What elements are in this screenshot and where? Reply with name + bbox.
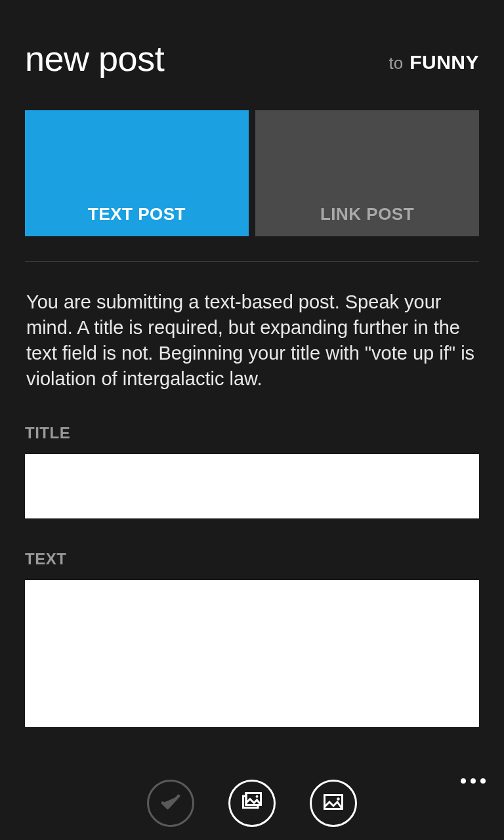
- gallery-icon: [240, 790, 264, 816]
- appbar: [0, 766, 504, 840]
- title-label: TITLE: [25, 424, 479, 442]
- header: new post to FUNNY: [0, 0, 504, 79]
- check-icon: [159, 790, 182, 816]
- page-title: new post: [25, 38, 164, 79]
- tab-link-post-label: LINK POST: [320, 204, 414, 224]
- submit-button[interactable]: [147, 780, 194, 827]
- text-label: TEXT: [25, 550, 479, 568]
- destination-name: FUNNY: [410, 51, 479, 74]
- tab-link-post[interactable]: LINK POST: [255, 110, 479, 236]
- destination[interactable]: to FUNNY: [388, 51, 479, 79]
- more-dot-icon: [471, 778, 476, 784]
- to-label: to: [388, 53, 403, 74]
- gallery-button[interactable]: [228, 780, 276, 827]
- title-input[interactable]: [25, 454, 479, 518]
- svg-point-3: [256, 795, 259, 798]
- tab-text-post[interactable]: TEXT POST: [25, 110, 249, 236]
- tab-text-post-label: TEXT POST: [88, 204, 186, 224]
- image-icon: [322, 790, 345, 816]
- post-type-description: You are submitting a text-based post. Sp…: [0, 262, 504, 392]
- text-input[interactable]: [25, 580, 479, 727]
- more-dot-icon: [480, 778, 486, 784]
- fields: TITLE TEXT: [0, 424, 504, 730]
- image-button[interactable]: [310, 780, 357, 827]
- post-type-tabs: TEXT POST LINK POST: [0, 79, 504, 236]
- more-dot-icon: [461, 778, 466, 784]
- svg-point-5: [337, 797, 340, 801]
- more-button[interactable]: [461, 778, 486, 784]
